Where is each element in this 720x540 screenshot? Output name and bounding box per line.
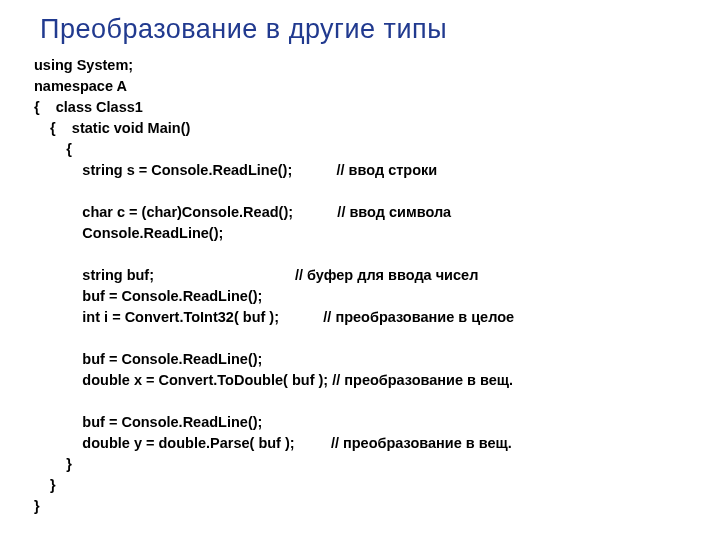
page-title: Преобразование в другие типы [40,14,692,45]
slide: Преобразование в другие типы using Syste… [0,0,720,540]
code-block: using System; namespace A { class Class1… [34,55,692,517]
